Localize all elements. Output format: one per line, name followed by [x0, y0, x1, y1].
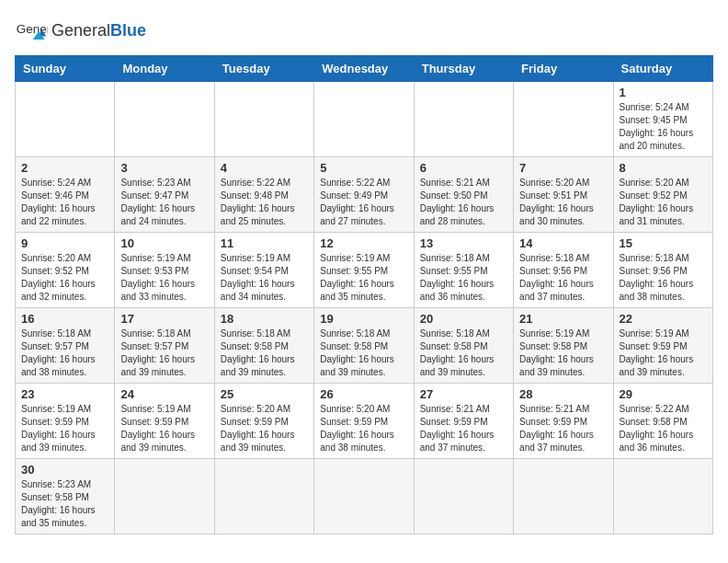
- day-info: Sunrise: 5:23 AM Sunset: 9:47 PM Dayligh…: [120, 177, 208, 228]
- calendar-day-cell: 19Sunrise: 5:18 AM Sunset: 9:58 PM Dayli…: [314, 308, 414, 384]
- calendar-day-cell: [16, 82, 115, 157]
- day-info: Sunrise: 5:21 AM Sunset: 9:59 PM Dayligh…: [519, 403, 607, 454]
- calendar-day-cell: 16Sunrise: 5:18 AM Sunset: 9:57 PM Dayli…: [16, 308, 115, 384]
- day-info: Sunrise: 5:22 AM Sunset: 9:48 PM Dayligh…: [221, 177, 308, 228]
- day-info: Sunrise: 5:18 AM Sunset: 9:58 PM Dayligh…: [320, 327, 407, 379]
- calendar-day-cell: [314, 459, 414, 534]
- day-info: Sunrise: 5:18 AM Sunset: 9:56 PM Dayligh…: [620, 252, 707, 304]
- calendar-day-cell: 29Sunrise: 5:22 AM Sunset: 9:58 PM Dayli…: [613, 384, 712, 459]
- day-number: 11: [221, 236, 308, 250]
- day-info: Sunrise: 5:18 AM Sunset: 9:55 PM Dayligh…: [420, 252, 507, 304]
- day-number: 10: [120, 236, 208, 250]
- calendar-day-cell: [314, 82, 414, 157]
- day-info: Sunrise: 5:24 AM Sunset: 9:46 PM Dayligh…: [21, 177, 108, 228]
- day-number: 28: [519, 387, 607, 401]
- day-number: 18: [221, 312, 308, 326]
- day-number: 8: [620, 161, 707, 175]
- logo-text: GeneralBlue: [51, 22, 146, 40]
- day-info: Sunrise: 5:20 AM Sunset: 9:59 PM Dayligh…: [221, 403, 308, 454]
- weekday-header-cell: Sunday: [16, 56, 115, 82]
- calendar-day-cell: 6Sunrise: 5:21 AM Sunset: 9:50 PM Daylig…: [414, 157, 513, 233]
- day-number: 6: [420, 161, 507, 175]
- day-number: 20: [420, 312, 507, 326]
- day-number: 9: [21, 236, 108, 250]
- calendar-day-cell: 12Sunrise: 5:19 AM Sunset: 9:55 PM Dayli…: [314, 233, 414, 308]
- calendar-day-cell: [414, 459, 513, 534]
- calendar-day-cell: 27Sunrise: 5:21 AM Sunset: 9:59 PM Dayli…: [414, 384, 513, 459]
- day-info: Sunrise: 5:24 AM Sunset: 9:45 PM Dayligh…: [620, 101, 707, 153]
- weekday-header-cell: Monday: [115, 56, 214, 82]
- calendar-table: SundayMondayTuesdayWednesdayThursdayFrid…: [15, 55, 713, 534]
- page-header: General GeneralBlue: [15, 15, 713, 48]
- calendar-day-cell: 17Sunrise: 5:18 AM Sunset: 9:57 PM Dayli…: [115, 308, 214, 384]
- calendar-day-cell: 5Sunrise: 5:22 AM Sunset: 9:49 PM Daylig…: [314, 157, 414, 233]
- day-info: Sunrise: 5:20 AM Sunset: 9:52 PM Dayligh…: [21, 252, 108, 304]
- day-number: 3: [120, 161, 208, 175]
- day-info: Sunrise: 5:23 AM Sunset: 9:58 PM Dayligh…: [21, 478, 108, 530]
- calendar-day-cell: 26Sunrise: 5:20 AM Sunset: 9:59 PM Dayli…: [314, 384, 414, 459]
- calendar-day-cell: [514, 459, 613, 534]
- calendar-day-cell: [214, 82, 313, 157]
- day-info: Sunrise: 5:21 AM Sunset: 9:59 PM Dayligh…: [420, 403, 507, 454]
- calendar-day-cell: 3Sunrise: 5:23 AM Sunset: 9:47 PM Daylig…: [115, 157, 214, 233]
- day-info: Sunrise: 5:20 AM Sunset: 9:51 PM Dayligh…: [519, 177, 607, 228]
- calendar-day-cell: 8Sunrise: 5:20 AM Sunset: 9:52 PM Daylig…: [613, 157, 712, 233]
- calendar-day-cell: 28Sunrise: 5:21 AM Sunset: 9:59 PM Dayli…: [514, 384, 613, 459]
- calendar-body: 1Sunrise: 5:24 AM Sunset: 9:45 PM Daylig…: [16, 82, 713, 534]
- weekday-header-cell: Thursday: [414, 56, 513, 82]
- day-number: 16: [21, 312, 108, 326]
- day-number: 26: [320, 387, 407, 401]
- day-number: 24: [120, 387, 208, 401]
- day-info: Sunrise: 5:20 AM Sunset: 9:59 PM Dayligh…: [320, 403, 407, 454]
- day-number: 21: [519, 312, 607, 326]
- calendar-day-cell: 1Sunrise: 5:24 AM Sunset: 9:45 PM Daylig…: [613, 82, 712, 157]
- calendar-week-row: 2Sunrise: 5:24 AM Sunset: 9:46 PM Daylig…: [16, 157, 713, 233]
- day-info: Sunrise: 5:18 AM Sunset: 9:58 PM Dayligh…: [221, 327, 308, 379]
- calendar-week-row: 16Sunrise: 5:18 AM Sunset: 9:57 PM Dayli…: [16, 308, 713, 384]
- weekday-header-cell: Friday: [514, 56, 613, 82]
- calendar-day-cell: 25Sunrise: 5:20 AM Sunset: 9:59 PM Dayli…: [214, 384, 313, 459]
- calendar-day-cell: 22Sunrise: 5:19 AM Sunset: 9:59 PM Dayli…: [613, 308, 712, 384]
- day-info: Sunrise: 5:19 AM Sunset: 9:58 PM Dayligh…: [519, 327, 607, 379]
- day-info: Sunrise: 5:20 AM Sunset: 9:52 PM Dayligh…: [620, 177, 707, 228]
- day-info: Sunrise: 5:19 AM Sunset: 9:59 PM Dayligh…: [120, 403, 208, 454]
- day-number: 30: [21, 463, 108, 477]
- calendar-day-cell: [115, 459, 214, 534]
- day-number: 13: [420, 236, 507, 250]
- day-number: 19: [320, 312, 407, 326]
- calendar-day-cell: 2Sunrise: 5:24 AM Sunset: 9:46 PM Daylig…: [16, 157, 115, 233]
- day-info: Sunrise: 5:18 AM Sunset: 9:58 PM Dayligh…: [420, 327, 507, 379]
- day-number: 5: [320, 161, 407, 175]
- calendar-day-cell: 18Sunrise: 5:18 AM Sunset: 9:58 PM Dayli…: [214, 308, 313, 384]
- calendar-day-cell: 7Sunrise: 5:20 AM Sunset: 9:51 PM Daylig…: [514, 157, 613, 233]
- calendar-day-cell: [115, 82, 214, 157]
- day-number: 4: [221, 161, 308, 175]
- day-number: 27: [420, 387, 507, 401]
- calendar-week-row: 1Sunrise: 5:24 AM Sunset: 9:45 PM Daylig…: [16, 82, 713, 157]
- day-number: 17: [120, 312, 208, 326]
- calendar-day-cell: 23Sunrise: 5:19 AM Sunset: 9:59 PM Dayli…: [16, 384, 115, 459]
- logo-icon: General: [15, 15, 48, 48]
- calendar-day-cell: 30Sunrise: 5:23 AM Sunset: 9:58 PM Dayli…: [16, 459, 115, 534]
- calendar-day-cell: [214, 459, 313, 534]
- day-info: Sunrise: 5:19 AM Sunset: 9:53 PM Dayligh…: [120, 252, 208, 304]
- day-info: Sunrise: 5:21 AM Sunset: 9:50 PM Dayligh…: [420, 177, 507, 228]
- day-number: 29: [620, 387, 707, 401]
- day-number: 1: [620, 86, 707, 99]
- calendar-day-cell: 15Sunrise: 5:18 AM Sunset: 9:56 PM Dayli…: [613, 233, 712, 308]
- day-info: Sunrise: 5:18 AM Sunset: 9:57 PM Dayligh…: [21, 327, 108, 379]
- calendar-day-cell: 14Sunrise: 5:18 AM Sunset: 9:56 PM Dayli…: [514, 233, 613, 308]
- weekday-header-cell: Saturday: [613, 56, 712, 82]
- calendar-day-cell: 10Sunrise: 5:19 AM Sunset: 9:53 PM Dayli…: [115, 233, 214, 308]
- calendar-day-cell: 13Sunrise: 5:18 AM Sunset: 9:55 PM Dayli…: [414, 233, 513, 308]
- day-number: 25: [221, 387, 308, 401]
- day-number: 12: [320, 236, 407, 250]
- day-info: Sunrise: 5:22 AM Sunset: 9:49 PM Dayligh…: [320, 177, 407, 228]
- calendar-day-cell: 21Sunrise: 5:19 AM Sunset: 9:58 PM Dayli…: [514, 308, 613, 384]
- day-number: 14: [519, 236, 607, 250]
- weekday-header-row: SundayMondayTuesdayWednesdayThursdayFrid…: [16, 56, 713, 82]
- day-info: Sunrise: 5:19 AM Sunset: 9:55 PM Dayligh…: [320, 252, 407, 304]
- day-number: 15: [620, 236, 707, 250]
- logo: General GeneralBlue: [15, 15, 146, 48]
- calendar-day-cell: 20Sunrise: 5:18 AM Sunset: 9:58 PM Dayli…: [414, 308, 513, 384]
